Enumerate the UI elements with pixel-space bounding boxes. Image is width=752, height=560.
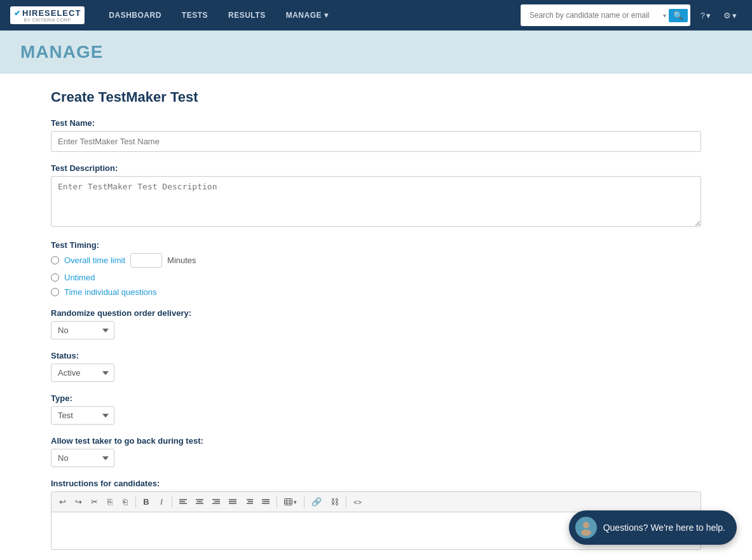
toolbar-sep-3 xyxy=(277,496,277,508)
timing-individual-radio[interactable] xyxy=(51,288,59,296)
nav-search-bar: ▾ 🔍 xyxy=(521,4,690,26)
nav-tests[interactable]: TESTS xyxy=(173,2,217,29)
svg-point-23 xyxy=(583,522,589,528)
chevron-down-icon: ▾ xyxy=(324,11,329,20)
status-label: Status: xyxy=(51,351,701,360)
search-dropdown-icon[interactable]: ▾ xyxy=(663,12,666,19)
editor-toolbar: ↩ ↪ ✂ ⎘ ⎗ B I xyxy=(51,491,701,512)
undo-button[interactable]: ↩ xyxy=(55,495,70,509)
allow-back-group: Allow test taker to go back during test:… xyxy=(51,436,701,467)
chat-text: Questions? We're here to help. xyxy=(603,522,725,533)
timing-individual-label[interactable]: Time individual questions xyxy=(64,287,156,297)
test-name-group: Test Name: xyxy=(51,118,701,152)
type-group: Type: Test Survey xyxy=(51,393,701,425)
help-button[interactable]: ? ▾ xyxy=(695,8,716,23)
randomize-group: Randomize question order delivery: No Ye… xyxy=(51,308,701,339)
type-label: Type: xyxy=(51,393,701,403)
indent-button[interactable] xyxy=(242,495,257,509)
timing-individual-row: Time individual questions xyxy=(51,287,701,297)
minutes-input[interactable] xyxy=(130,253,162,268)
italic-button[interactable]: I xyxy=(154,495,168,509)
logo-sub: BY CRITERIA CORP xyxy=(24,18,71,22)
timing-radio-group: Overall time limit Minutes Untimed Time … xyxy=(51,253,701,297)
nav-links: DASHBOARD TESTS RESULTS MANAGE ▾ xyxy=(100,2,520,29)
nav-manage[interactable]: MANAGE ▾ xyxy=(277,2,338,29)
instructions-label: Instructions for candidates: xyxy=(51,479,701,488)
redo-button[interactable]: ↪ xyxy=(71,495,86,509)
search-button[interactable]: 🔍 xyxy=(669,9,688,22)
timing-overall-label[interactable]: Overall time limit xyxy=(64,256,125,265)
test-name-label: Test Name: xyxy=(51,118,701,128)
test-timing-label: Test Timing: xyxy=(51,240,701,250)
form-title: Create TestMaker Test xyxy=(51,89,701,106)
chat-bubble[interactable]: Questions? We're here to help. xyxy=(569,510,737,545)
align-right-button[interactable] xyxy=(209,495,224,509)
timing-untimed-row: Untimed xyxy=(51,273,701,282)
test-description-label: Test Description: xyxy=(51,163,701,173)
nav-manage-label: MANAGE xyxy=(286,11,322,20)
main-content: Create TestMaker Test Test Name: Test De… xyxy=(0,74,752,560)
table-button[interactable]: ▾ xyxy=(280,496,301,508)
nav-results[interactable]: RESULTS xyxy=(219,2,275,29)
test-timing-group: Test Timing: Overall time limit Minutes … xyxy=(51,240,701,297)
nav-dashboard[interactable]: DASHBOARD xyxy=(100,2,170,29)
align-left-button[interactable] xyxy=(175,495,191,509)
link-button[interactable]: 🔗 xyxy=(308,495,325,509)
minutes-label: Minutes xyxy=(167,256,196,265)
test-name-input[interactable] xyxy=(51,131,701,152)
bold-button[interactable]: B xyxy=(139,495,153,509)
nav-icon-group: ? ▾ ⚙ ▾ xyxy=(695,8,742,23)
align-center-button[interactable] xyxy=(192,495,207,509)
source-button[interactable]: <> xyxy=(350,496,366,509)
allow-back-label: Allow test taker to go back during test: xyxy=(51,436,701,446)
test-description-input[interactable] xyxy=(51,176,701,227)
chat-avatar xyxy=(575,517,597,538)
randomize-select[interactable]: No Yes xyxy=(51,321,114,339)
allow-back-select[interactable]: No Yes xyxy=(51,449,114,467)
svg-point-24 xyxy=(581,529,591,536)
search-input[interactable] xyxy=(523,6,663,25)
status-group: Status: Active Inactive xyxy=(51,351,701,382)
help-icon: ? xyxy=(701,11,705,20)
justify-button[interactable] xyxy=(225,495,240,509)
timing-overall-radio[interactable] xyxy=(51,256,59,264)
logo-check-icon: ✔ xyxy=(14,9,21,18)
settings-chevron-icon: ▾ xyxy=(732,11,737,20)
toolbar-sep-4 xyxy=(304,496,304,508)
settings-button[interactable]: ⚙ ▾ xyxy=(718,8,742,23)
cut-button[interactable]: ✂ xyxy=(87,495,102,509)
type-select[interactable]: Test Survey xyxy=(51,406,114,425)
svg-rect-18 xyxy=(285,499,292,505)
navbar: ✔ HIRESELECT BY CRITERIA CORP DASHBOARD … xyxy=(0,0,752,31)
randomize-label: Randomize question order delivery: xyxy=(51,308,701,318)
help-chevron-icon: ▾ xyxy=(706,11,711,20)
timing-overall-row: Overall time limit Minutes xyxy=(51,253,701,268)
copy-button[interactable]: ⎘ xyxy=(103,495,117,509)
test-description-group: Test Description: xyxy=(51,163,701,229)
outdent-button[interactable] xyxy=(258,495,273,509)
toolbar-sep-2 xyxy=(172,496,172,508)
page-header: MANAGE xyxy=(0,31,752,74)
toolbar-sep-1 xyxy=(135,496,136,508)
logo-brand: HIRESELECT xyxy=(22,8,81,18)
timing-untimed-label[interactable]: Untimed xyxy=(64,273,95,282)
timing-untimed-radio[interactable] xyxy=(51,273,59,282)
page-title: MANAGE xyxy=(20,42,732,62)
toolbar-sep-5 xyxy=(346,496,346,508)
table-chevron-icon: ▾ xyxy=(294,499,297,505)
unlink-button[interactable]: ⛓ xyxy=(327,495,343,509)
logo[interactable]: ✔ HIRESELECT BY CRITERIA CORP xyxy=(10,6,85,24)
status-select[interactable]: Active Inactive xyxy=(51,364,114,382)
gear-icon: ⚙ xyxy=(723,11,731,20)
paste-button[interactable]: ⎗ xyxy=(118,495,132,509)
